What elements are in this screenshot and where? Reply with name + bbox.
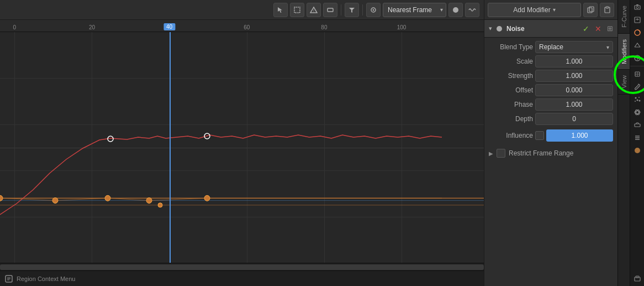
svg-point-51 [635,148,640,153]
view-tab-label: View [621,75,627,89]
phase-value[interactable]: 1.000 [535,98,613,111]
svg-rect-30 [636,4,638,6]
svg-point-40 [638,97,640,98]
h-scrollbar[interactable] [0,263,484,271]
svg-rect-47 [635,124,640,127]
camera-icon[interactable] [631,1,643,13]
depth-value[interactable]: 0 [535,113,613,125]
influence-checkbox[interactable] [535,131,544,140]
svg-point-43 [638,100,640,102]
world-icon[interactable] [631,52,643,64]
svg-point-5 [373,9,374,11]
graph-body[interactable] [0,32,484,263]
blend-type-label: Blend Type [489,43,533,51]
view-layer-icon[interactable] [631,27,643,39]
scale-value[interactable]: 1.000 [535,55,613,67]
blend-type-dropdown[interactable]: Replace ▾ [535,41,613,53]
data-icon[interactable] [631,132,643,144]
svg-point-16 [158,203,162,207]
vtab-view[interactable]: View [618,70,630,95]
physics-icon[interactable] [631,106,643,118]
panel-toolbar: Add Modifier [484,0,617,20]
modifier-delete-button[interactable]: ✕ [595,24,601,33]
right-icons-panel [630,0,644,286]
offset-value[interactable]: 0.000 [535,84,613,96]
ruler-mark-100: 100 [397,24,407,30]
modifier-enabled-check[interactable]: ✓ [583,24,589,33]
strength-row: Strength 1.000 [484,69,617,83]
snap-icon[interactable] [366,3,381,17]
phase-row: Phase 1.000 [484,97,617,112]
graph-toolbar: ! Nearest Frame [0,0,484,20]
restrict-label: Restrict Frame Range [509,149,573,157]
object-props-icon[interactable] [631,68,643,80]
svg-text:!: ! [313,9,314,13]
vtab-fcurve[interactable]: F-Curve [618,0,630,34]
blend-type-row: Blend Type Replace ▾ [484,40,617,54]
add-modifier-label: Add Modifier [513,6,550,14]
ruler-mark-40: 40 [163,23,175,30]
region-context-label: Region Context Menu [17,275,75,282]
phase-label: Phase [489,101,533,108]
status-bar: Region Context Menu [0,271,484,286]
region-context-icon [4,274,13,283]
ruler-mark-0: 0 [13,24,16,30]
strength-value[interactable]: 1.000 [535,70,613,82]
curve-svg [0,32,484,263]
wave-icon[interactable] [465,3,479,17]
modifiers-tab-label: Modifiers [621,39,627,64]
copy-modifier-icon[interactable] [583,3,598,17]
svg-point-6 [453,7,458,13]
nearest-frame-select[interactable]: Nearest Frame [383,3,446,17]
scene-icon[interactable] [631,39,643,51]
svg-point-39 [635,97,636,99]
blend-type-chevron: ▾ [606,44,609,50]
toolbar-separator-2 [362,4,363,15]
offset-row: Offset 0.000 [484,83,617,97]
influence-value[interactable]: 1.000 [546,129,613,142]
scale-label: Scale [489,58,533,65]
svg-point-42 [635,101,636,102]
toolbar-separator-1 [341,4,341,15]
influence-row: Influence 1.000 [484,128,617,143]
vtab-modifiers[interactable]: Modifiers [618,34,630,70]
normalize-icon[interactable] [323,3,337,17]
modifier-body: Blend Type Replace ▾ Scale 1.000 [484,38,617,163]
ruler-mark-80: 80 [321,24,327,30]
modifier-section: ▾ Noise ✓ ✕ ⊞ Blend T [484,20,617,286]
record-icon[interactable] [448,3,463,17]
paste-modifier-icon[interactable] [600,3,614,17]
output-icon[interactable] [631,14,643,26]
restrict-chevron[interactable]: ▶ [489,150,493,157]
depth-row: Depth 0 [484,112,617,126]
modifier-expand-toggle[interactable]: ▾ [489,25,492,32]
bottom-icon[interactable] [631,273,643,285]
modifier-name: Noise [506,25,579,33]
add-modifier-button[interactable]: Add Modifier [488,3,581,17]
restrict-row: ▶ Restrict Frame Range [484,146,617,160]
svg-rect-25 [589,7,594,12]
modifier-visibility-dot [497,26,502,32]
svg-rect-3 [328,8,333,12]
svg-rect-24 [588,8,592,13]
scale-row: Scale 1.000 [484,54,617,69]
nearest-frame-wrapper[interactable]: Nearest Frame [383,3,446,17]
svg-rect-0 [294,7,300,13]
frame-ruler[interactable]: 0 20 40 60 80 100 [0,20,484,32]
cursor-tool-icon[interactable] [273,3,288,17]
ruler-mark-60: 60 [244,24,250,30]
warning-icon[interactable]: ! [307,3,321,17]
restrict-checkbox[interactable] [497,149,505,158]
blend-type-value: Replace [539,43,563,51]
fcurve-tab-label: F-Curve [621,6,627,28]
strength-label: Strength [489,72,533,80]
material-icon[interactable] [631,144,643,157]
modifier-wrench-icon[interactable] [631,81,643,93]
timeline-cursor [170,32,171,263]
offset-label: Offset [489,86,533,94]
particles-icon[interactable] [631,93,643,106]
filter-icon[interactable] [345,3,359,17]
box-select-icon[interactable] [290,3,304,17]
constraints-icon[interactable] [631,119,643,131]
modifier-menu-button[interactable]: ⊞ [607,24,613,33]
